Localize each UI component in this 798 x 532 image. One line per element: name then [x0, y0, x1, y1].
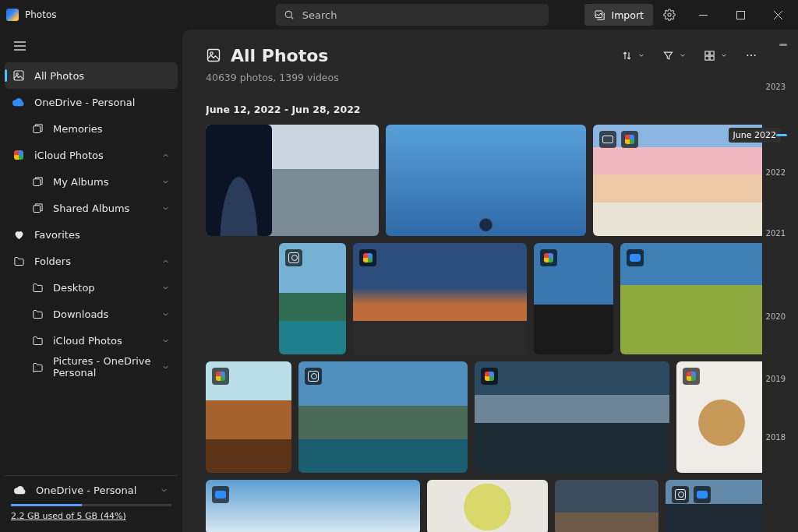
camera-badge-icon	[672, 486, 689, 503]
icloud-badge-icon	[481, 368, 498, 385]
sidebar-item-label: All Photos	[34, 70, 84, 82]
page-subtitle: 40639 photos, 1399 videos	[206, 72, 762, 83]
hamburger-icon	[14, 41, 26, 51]
timeline-current-badge: June 2022	[729, 128, 781, 143]
app-icon	[6, 9, 19, 21]
chevron-down-icon	[637, 51, 645, 59]
timeline-year[interactable]: 2023	[766, 83, 786, 91]
photo-tile[interactable]	[555, 480, 659, 532]
timeline-year[interactable]: 2019	[766, 375, 786, 383]
photo-tile[interactable]	[475, 361, 669, 473]
hamburger-button[interactable]	[8, 34, 31, 58]
close-button[interactable]	[761, 3, 795, 26]
sidebar-item-onedrive[interactable]: OneDrive - Personal	[5, 89, 178, 115]
sidebar-item-label: iCloud Photos	[34, 150, 104, 161]
sidebar-item-favorites[interactable]: Favorites	[5, 221, 178, 248]
import-icon	[594, 9, 606, 21]
chevron-down-icon	[160, 486, 168, 495]
sidebar-item-folders[interactable]: Folders	[5, 248, 178, 274]
settings-button[interactable]	[656, 3, 683, 26]
timeline-year[interactable]: 2022	[766, 168, 786, 177]
screenshot-badge-icon	[599, 131, 616, 148]
sort-button[interactable]	[616, 44, 650, 67]
photo-tile[interactable]	[534, 243, 613, 354]
onedrive-icon	[12, 96, 25, 108]
svg-rect-21	[710, 56, 714, 60]
cloud-icon	[14, 484, 26, 496]
photo-tile[interactable]	[427, 480, 548, 532]
sidebar-item-memories[interactable]: Memories	[5, 115, 178, 142]
chevron-down-icon	[161, 178, 170, 186]
storage-account-label: OneDrive - Personal	[36, 484, 136, 496]
layout-button[interactable]	[699, 44, 733, 67]
sidebar-item-all-photos[interactable]: All Photos	[5, 62, 178, 89]
sidebar-item-label: Desktop	[53, 282, 95, 294]
main-content: All Photos	[182, 30, 798, 532]
chevron-down-icon	[161, 336, 170, 345]
sidebar-item-label: OneDrive - Personal	[34, 97, 135, 108]
photo-tile[interactable]	[353, 243, 527, 354]
folder-icon	[12, 255, 25, 267]
albums-icon	[31, 175, 44, 188]
titlebar: Photos Search Import	[0, 0, 798, 30]
maximize-icon	[736, 11, 745, 19]
search-icon	[284, 9, 295, 20]
photo-grid	[206, 125, 762, 532]
svg-point-23	[750, 55, 752, 56]
photo-tile[interactable]	[386, 125, 586, 236]
photo-tile[interactable]	[206, 361, 291, 473]
camera-badge-icon	[285, 249, 302, 266]
sidebar-item-label: iCloud Photos	[53, 335, 122, 347]
minimize-button[interactable]	[686, 3, 720, 26]
photo-tile[interactable]	[620, 243, 762, 354]
search-input[interactable]: Search	[276, 4, 549, 26]
timeline-scrubber[interactable]: 2023 June 2022 2022 2021 2020 2019 2018	[762, 44, 786, 532]
photos-icon	[206, 48, 221, 63]
page-title: All Photos	[231, 46, 328, 65]
sidebar-item-downloads[interactable]: Downloads	[5, 301, 178, 327]
maximize-button[interactable]	[723, 3, 757, 26]
timeline-year[interactable]: 2020	[766, 312, 786, 321]
sidebar: All Photos OneDrive - Personal Memories …	[0, 30, 182, 532]
sidebar-item-pictures-onedrive[interactable]: Pictures - OneDrive Personal	[5, 354, 178, 380]
photo-tile[interactable]	[676, 361, 762, 473]
chevron-down-icon	[720, 51, 728, 59]
icloud-badge-icon	[683, 368, 700, 385]
storage-text[interactable]: 2.2 GB used of 5 GB (44%)	[11, 511, 171, 521]
photo-tile[interactable]	[279, 243, 346, 354]
photos-icon	[12, 69, 25, 82]
svg-rect-5	[736, 11, 744, 19]
sidebar-item-icloud-folder[interactable]: iCloud Photos	[5, 327, 178, 354]
timeline-year[interactable]: 2018	[766, 433, 786, 442]
sidebar-item-label: Shared Albums	[53, 203, 129, 214]
svg-point-22	[747, 55, 748, 56]
sidebar-item-icloud[interactable]: iCloud Photos	[5, 142, 178, 168]
shared-icon	[31, 202, 44, 214]
filter-button[interactable]	[658, 44, 691, 67]
grid-icon	[704, 50, 715, 62]
gallery-icon	[31, 122, 44, 135]
gear-icon	[663, 9, 676, 21]
svg-point-12	[16, 73, 19, 76]
sidebar-item-shared-albums[interactable]: Shared Albums	[5, 195, 178, 221]
folder-icon	[31, 308, 44, 320]
photo-tile[interactable]	[666, 480, 762, 532]
photo-tile[interactable]	[298, 361, 468, 473]
photo-tile[interactable]	[206, 480, 420, 532]
heart-icon	[12, 228, 25, 241]
svg-point-17	[210, 52, 213, 55]
sidebar-item-desktop[interactable]: Desktop	[5, 274, 178, 301]
search-placeholder: Search	[302, 9, 337, 21]
storage-account-row[interactable]: OneDrive - Personal	[11, 484, 171, 496]
chevron-down-icon	[161, 310, 170, 319]
svg-rect-14	[33, 178, 40, 185]
icloud-badge-icon	[359, 249, 376, 266]
timeline-year[interactable]: 2021	[766, 229, 786, 238]
storage-fill	[11, 504, 82, 506]
more-button[interactable]	[740, 44, 762, 67]
import-button[interactable]: Import	[584, 4, 654, 26]
more-icon	[745, 49, 757, 62]
photo-tile[interactable]	[206, 125, 272, 236]
sidebar-item-label: Memories	[53, 123, 103, 135]
sidebar-item-my-albums[interactable]: My Albums	[5, 168, 178, 195]
